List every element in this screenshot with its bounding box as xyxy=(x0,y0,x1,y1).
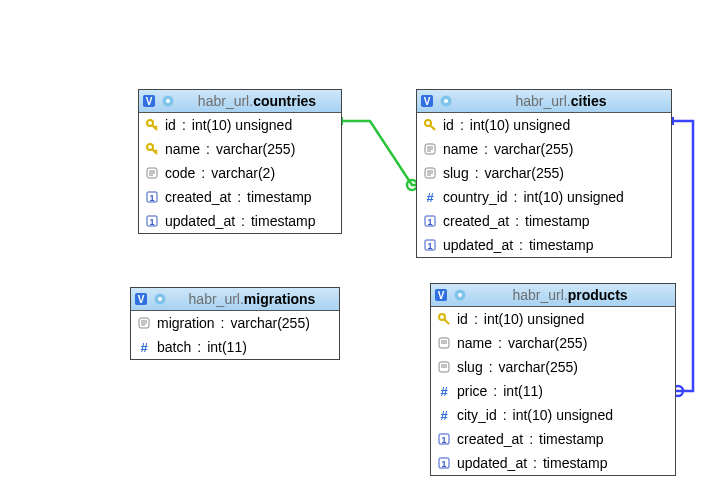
gear-icon xyxy=(153,292,167,306)
svg-text:#: # xyxy=(140,341,148,353)
text-icon xyxy=(145,166,159,180)
svg-text:#: # xyxy=(440,409,448,421)
svg-text:#: # xyxy=(440,385,448,397)
table-migrations-columns: migration:varchar(255) #batch:int(11) xyxy=(131,311,339,359)
column-row[interactable]: slug:varchar(255) xyxy=(431,355,675,379)
table-cities-columns: id:int(10) unsigned name:varchar(255) sl… xyxy=(417,113,671,257)
table-products-header[interactable]: V habr_url.products xyxy=(431,284,675,307)
svg-text:V: V xyxy=(138,294,145,305)
text-icon xyxy=(137,316,151,330)
column-row[interactable]: 1updated_at:timestamp xyxy=(431,451,675,475)
column-row[interactable]: 1created_at:timestamp xyxy=(431,427,675,451)
table-countries[interactable]: V habr_url.countries id:int(10) unsigned… xyxy=(138,89,342,234)
svg-text:1: 1 xyxy=(441,459,446,469)
column-row[interactable]: #batch:int(11) xyxy=(131,335,339,359)
gear-icon xyxy=(453,288,467,302)
key-icon xyxy=(423,118,437,132)
gear-icon xyxy=(439,94,453,108)
table-countries-header[interactable]: V habr_url.countries xyxy=(139,90,341,113)
timestamp-icon: 1 xyxy=(145,214,159,228)
view-icon: V xyxy=(435,288,449,302)
hash-icon: # xyxy=(137,340,151,354)
column-row[interactable]: id:int(10) unsigned xyxy=(431,307,675,331)
table-name: countries xyxy=(253,93,316,109)
text-icon xyxy=(423,142,437,156)
column-row[interactable]: #country_id:int(10) unsigned xyxy=(417,185,671,209)
column-row[interactable]: 1updated_at:timestamp xyxy=(139,209,341,233)
svg-text:1: 1 xyxy=(149,217,154,227)
timestamp-icon: 1 xyxy=(437,456,451,470)
svg-text:1: 1 xyxy=(441,435,446,445)
column-row[interactable]: #price:int(11) xyxy=(431,379,675,403)
hash-icon: # xyxy=(437,408,451,422)
svg-text:V: V xyxy=(438,290,445,301)
view-icon: V xyxy=(143,94,157,108)
svg-text:V: V xyxy=(424,96,431,107)
svg-point-44 xyxy=(158,297,162,301)
svg-point-25 xyxy=(444,99,448,103)
table-products[interactable]: V habr_url.products id:int(10) unsigned … xyxy=(430,283,676,476)
column-row[interactable]: migration:varchar(255) xyxy=(131,311,339,335)
column-row[interactable]: 1created_at:timestamp xyxy=(139,185,341,209)
key-icon xyxy=(145,142,159,156)
view-icon: V xyxy=(421,94,435,108)
column-row[interactable]: id:int(10) unsigned xyxy=(139,113,341,137)
svg-line-55 xyxy=(444,319,449,324)
table-countries-columns: id:int(10) unsigned name:varchar(255) co… xyxy=(139,113,341,233)
schema-label: habr_url. xyxy=(515,93,570,109)
svg-line-13 xyxy=(155,150,157,152)
hash-icon: # xyxy=(423,190,437,204)
column-row[interactable]: name:varchar(255) xyxy=(139,137,341,161)
schema-label: habr_url. xyxy=(189,291,244,307)
table-cities[interactable]: V habr_url.cities id:int(10) unsigned na… xyxy=(416,89,672,258)
text-icon xyxy=(437,360,451,374)
svg-text:1: 1 xyxy=(149,193,154,203)
timestamp-icon: 1 xyxy=(423,238,437,252)
key-icon xyxy=(437,312,451,326)
column-row[interactable]: slug:varchar(255) xyxy=(417,161,671,185)
table-migrations[interactable]: V habr_url.migrations migration:varchar(… xyxy=(130,287,340,360)
column-row[interactable]: name:varchar(255) xyxy=(417,137,671,161)
svg-line-10 xyxy=(155,126,157,128)
table-name: products xyxy=(568,287,628,303)
timestamp-icon: 1 xyxy=(437,432,451,446)
column-row[interactable]: name:varchar(255) xyxy=(431,331,675,355)
text-icon xyxy=(437,336,451,350)
gear-icon xyxy=(161,94,175,108)
svg-line-27 xyxy=(430,125,435,130)
schema-label: habr_url. xyxy=(512,287,567,303)
svg-text:1: 1 xyxy=(427,241,432,251)
column-row[interactable]: 1updated_at:timestamp xyxy=(417,233,671,257)
table-cities-header[interactable]: V habr_url.cities xyxy=(417,90,671,113)
hash-icon: # xyxy=(437,384,451,398)
column-row[interactable]: #city_id:int(10) unsigned xyxy=(431,403,675,427)
column-row[interactable]: code:varchar(2) xyxy=(139,161,341,185)
svg-text:#: # xyxy=(426,191,434,203)
table-name: migrations xyxy=(244,291,316,307)
column-row[interactable]: id:int(10) unsigned xyxy=(417,113,671,137)
svg-point-53 xyxy=(458,293,462,297)
view-icon: V xyxy=(135,292,149,306)
svg-text:1: 1 xyxy=(427,217,432,227)
timestamp-icon: 1 xyxy=(145,190,159,204)
key-icon xyxy=(145,118,159,132)
table-name: cities xyxy=(571,93,607,109)
text-icon xyxy=(423,166,437,180)
svg-text:V: V xyxy=(146,96,153,107)
svg-point-7 xyxy=(166,99,170,103)
timestamp-icon: 1 xyxy=(423,214,437,228)
table-migrations-header[interactable]: V habr_url.migrations xyxy=(131,288,339,311)
schema-label: habr_url. xyxy=(198,93,253,109)
column-row[interactable]: 1created_at:timestamp xyxy=(417,209,671,233)
table-products-columns: id:int(10) unsigned name:varchar(255) sl… xyxy=(431,307,675,475)
